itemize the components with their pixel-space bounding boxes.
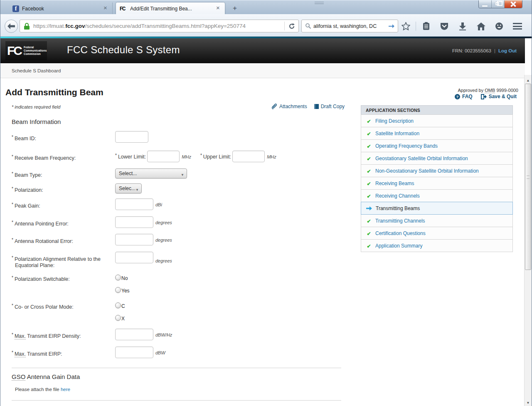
field-label: *Peak Gain: xyxy=(0,198,115,210)
scrollbar-thumb[interactable] xyxy=(525,84,531,270)
radio-label: Yes xyxy=(121,286,130,294)
antenna-pointing-error-input[interactable] xyxy=(115,216,153,228)
scroll-down-arrow-icon[interactable] xyxy=(525,398,532,405)
menu-hamburger-icon[interactable] xyxy=(508,23,527,30)
field-label: *Beam Type: xyxy=(0,168,115,178)
attach-file-here-link[interactable]: here xyxy=(61,387,70,392)
reload-button[interactable] xyxy=(284,22,298,30)
logout-link[interactable]: Log Out xyxy=(498,48,517,53)
lower-limit-label: *Lower Limit: xyxy=(115,153,146,160)
vertical-scrollbar[interactable] xyxy=(524,75,532,406)
bookmark-star-icon[interactable] xyxy=(397,22,415,30)
sidebar-item-application-summary[interactable]: Application Summary xyxy=(361,239,513,252)
peak-gain-input[interactable] xyxy=(115,198,153,210)
sidebar-item-receiving-channels[interactable]: Receiving Channels xyxy=(361,189,513,202)
app-title: FCC Schedule S System xyxy=(67,44,180,56)
fcc-logo: FC Federal Communications Commission xyxy=(5,41,47,60)
home-icon[interactable] xyxy=(472,22,490,30)
polarization-alignment-input[interactable] xyxy=(115,252,153,263)
section-divider xyxy=(12,368,341,368)
toolbar-separator xyxy=(416,22,416,31)
tab-close-icon[interactable] xyxy=(215,6,221,12)
pocket-icon[interactable] xyxy=(435,22,453,30)
downloads-icon[interactable] xyxy=(453,22,472,30)
scroll-up-arrow-icon[interactable] xyxy=(525,76,532,83)
antenna-rotational-error-input[interactable] xyxy=(115,234,153,245)
tab-title: Facebook xyxy=(22,6,100,12)
upper-limit-input[interactable] xyxy=(232,151,265,162)
bookmarks-list-icon[interactable] xyxy=(417,22,435,30)
question-icon: ? xyxy=(455,94,460,99)
sidebar-item-transmitting-beams[interactable]: Transmitting Beams xyxy=(361,202,513,215)
close-button[interactable] xyxy=(505,0,522,8)
draft-copy-link[interactable]: Draft Copy xyxy=(314,104,345,109)
tab-add-edit-transmitting-beams[interactable]: FC Add/Edit Transmitting Bea... xyxy=(116,2,225,15)
field-label: *Polarization Switchable: xyxy=(0,274,115,294)
form-row-max-transmit-eirp: *Max. Transmit EIRP: dBW xyxy=(0,347,165,358)
search-icon xyxy=(305,23,311,29)
save-and-quit-link[interactable]: Save & Quit xyxy=(481,94,517,99)
field-label: *Receive Beam Frequency: xyxy=(0,151,115,162)
sidebar-item-satellite-information[interactable]: Satellite Information xyxy=(361,127,513,140)
faq-link[interactable]: ? FAQ xyxy=(455,94,473,99)
fcc-logo-mark: FC xyxy=(7,44,21,58)
reload-icon xyxy=(289,23,295,29)
beam-id-input[interactable] xyxy=(115,131,148,143)
polarization-switchable-no-radio[interactable] xyxy=(115,275,121,280)
check-icon xyxy=(366,180,372,187)
sidebar-item-geostationary-satellite-orbital-information[interactable]: Geostationary Satellite Orbital Informat… xyxy=(361,152,513,165)
back-button[interactable] xyxy=(5,20,18,33)
form-row-peak-gain: *Peak Gain: dBi xyxy=(0,198,162,210)
field-label: *Max. Transmit EIRP Density: xyxy=(0,329,115,340)
form-row-antenna-rotational-error: *Antenna Rotational Error: degrees xyxy=(0,234,172,245)
browser-navbar: https://lmuat.fcc.gov/schedules/secure/a… xyxy=(0,14,532,37)
section-title-gso-antenna-gain-data: GSO Antenna Gain Data xyxy=(12,373,80,380)
check-icon xyxy=(366,117,372,125)
cross-polar-mode-x-radio[interactable] xyxy=(115,315,121,321)
breadcrumb[interactable]: Schedule S Dashboard xyxy=(12,68,61,73)
window-drag-grip-icon[interactable] xyxy=(315,2,324,4)
unit-mhz: MHz xyxy=(267,153,276,159)
section-title-beam-information: Beam Information xyxy=(12,118,61,125)
check-icon xyxy=(366,142,372,150)
search-bar[interactable]: alifornia st, washington, DC xyxy=(301,20,398,32)
sidebar-item-transmitting-channels[interactable]: Transmitting Channels xyxy=(361,214,513,227)
toolbar-icons xyxy=(397,20,527,33)
search-input-value: alifornia st, washington, DC xyxy=(313,23,389,29)
tab-close-icon[interactable] xyxy=(103,6,108,12)
unit-dbw-hz: dBW/Hz xyxy=(155,332,172,337)
co-polar-mode-c-radio[interactable] xyxy=(115,302,121,308)
facebook-favicon-icon: f xyxy=(12,5,19,12)
feedback-smiley-icon[interactable] xyxy=(490,22,508,30)
form-row-beam-id: *Beam ID: xyxy=(0,131,148,143)
required-field-note: * indicates required field xyxy=(12,104,60,109)
window-controls xyxy=(478,0,522,8)
url-text: https://lmuat.fcc.gov/schedules/secure/a… xyxy=(33,23,284,29)
unit-dbi: dBi xyxy=(155,201,162,207)
url-bar[interactable]: https://lmuat.fcc.gov/schedules/secure/a… xyxy=(20,20,299,32)
lower-limit-input[interactable] xyxy=(147,151,180,162)
restore-button[interactable] xyxy=(492,0,505,8)
sidebar-item-receiving-beams[interactable]: Receiving Beams xyxy=(361,177,513,190)
minimize-button[interactable] xyxy=(479,0,492,8)
sidebar-item-filing-description[interactable]: Filing Description xyxy=(361,114,513,127)
new-tab-button[interactable] xyxy=(229,4,240,12)
beam-type-select[interactable]: Select... xyxy=(115,168,187,178)
tab-facebook[interactable]: f Facebook xyxy=(9,2,113,15)
search-go-arrow-icon[interactable] xyxy=(389,24,394,29)
check-icon xyxy=(366,230,372,237)
polarization-select[interactable]: Selec... xyxy=(115,183,142,193)
max-transmit-eirp-density-input[interactable] xyxy=(115,329,153,340)
sidebar-item-operating-frequency-bands[interactable]: Operating Frequency Bands xyxy=(361,139,513,152)
attachments-link[interactable]: Attachments xyxy=(272,104,307,109)
form-row-max-transmit-eirp-density: *Max. Transmit EIRP Density: dBW/Hz xyxy=(0,329,172,340)
browser-window: f Facebook FC Add/Edit Transmitting Bea.… xyxy=(0,0,532,406)
unit-mhz: MHz xyxy=(182,153,191,159)
max-transmit-eirp-input[interactable] xyxy=(115,347,153,358)
sidebar-item-non-geostationary-satellite-orbital-information[interactable]: Non-Geostationary Satellite Orbital Info… xyxy=(361,164,513,177)
sidebar-item-certification-questions[interactable]: Certification Questions xyxy=(361,227,513,240)
form-row-polarization-alignment: *Polarization Alignment Relative to the … xyxy=(0,252,172,269)
unit-degrees: degrees xyxy=(155,219,172,225)
check-icon xyxy=(366,192,372,200)
polarization-switchable-yes-radio[interactable] xyxy=(115,287,121,293)
